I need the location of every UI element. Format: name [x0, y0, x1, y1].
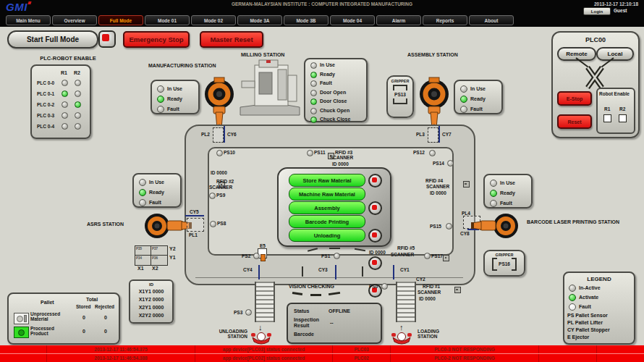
tab-about[interactable]: About — [469, 15, 514, 25]
pallet-pin-icon — [24, 315, 27, 322]
fault-led — [490, 200, 497, 207]
unloading-station-label: UNLOADINGSTATION — [214, 329, 247, 339]
ready-led — [490, 190, 497, 197]
col-r2: R2 — [74, 70, 80, 76]
master-reset-button[interactable]: Master Reset — [200, 31, 263, 48]
ps1-label: PS1 — [321, 253, 330, 258]
tab-mode-01[interactable]: Mode 01 — [145, 15, 190, 25]
tab-mode-02[interactable]: Mode 02 — [191, 15, 236, 25]
vision-dash — [329, 292, 340, 295]
ps2-sensor-led — [253, 253, 260, 259]
plc-row-label: PLC 0-3 — [37, 113, 54, 118]
rfid1-name: RFID #1 — [423, 284, 440, 289]
plc00-estop-button[interactable]: E-Stop — [557, 91, 592, 106]
gripper-ps13-panel: GRIPPER PS13 — [386, 75, 414, 118]
status-label: Fault — [149, 200, 161, 206]
status-label: Fault — [500, 201, 512, 206]
emergency-stop-button[interactable]: Emergency Stop — [123, 31, 190, 48]
plc0-4-r2-led — [75, 123, 81, 130]
alarm-message: app device[PLC03] status connected — [195, 345, 333, 353]
tab-alarm[interactable]: Alarm — [376, 15, 421, 25]
manufacturing-robot-arm — [203, 77, 235, 132]
stored-value: 0 — [82, 329, 85, 334]
login-button[interactable]: Login — [583, 7, 611, 15]
r2-enable-checkbox[interactable] — [619, 114, 627, 122]
inspection-field-value: -- — [330, 320, 334, 326]
store-raw-material-lamp-button[interactable] — [368, 174, 382, 188]
milling-machine-graphic — [236, 59, 304, 120]
unloading-button[interactable]: Unloading — [289, 229, 365, 242]
tab-overview[interactable]: Overview — [52, 15, 97, 25]
manufacturing-station-title: MANUFACTURING STATION — [148, 63, 216, 69]
id-row: X2Y2 0000 — [130, 313, 172, 319]
alarm-cell-empty — [597, 345, 644, 353]
assembly-robot-arm — [418, 77, 450, 132]
tab-full-mode[interactable]: Full Mode — [98, 15, 143, 25]
in-use-led — [460, 85, 467, 93]
status-label: Door Close — [320, 98, 347, 104]
ps12-label: PS12 — [413, 150, 425, 155]
status-label: Ready — [500, 190, 515, 196]
fault-led — [139, 199, 146, 206]
tab-mode-3b[interactable]: Mode 3B — [284, 15, 329, 25]
assembly-lamp-button[interactable] — [368, 229, 382, 243]
barcode-robot-arm — [470, 212, 520, 240]
vision-dash — [310, 294, 321, 296]
legend-text: CY Pallet Stopper — [567, 327, 634, 332]
rfid2-id-value: ID 0000 — [211, 170, 227, 175]
inspection-result-panel: Status OFFLINE Inspection Result -- Barc… — [287, 303, 382, 344]
alarm-time: 2013-12-17 11:46:54.375 — [47, 345, 195, 353]
ps1-sensor-led — [334, 253, 340, 259]
tab-mode-04[interactable]: Mode 04 — [330, 15, 375, 25]
ps12-sensor-led — [429, 150, 436, 156]
alarm-row[interactable]: 2013-12-17 11:46:54.375 app device[PLC03… — [0, 345, 644, 353]
col-r1: R1 — [61, 70, 67, 76]
plc00-reset-button[interactable]: Reset — [557, 114, 592, 129]
door-open-led — [310, 90, 317, 96]
alarm-row[interactable]: 2013-12-17 11:46:54.388 app device[PLC02… — [0, 353, 644, 362]
barcode-printing-button[interactable]: Barcode Printing — [289, 215, 365, 228]
ready-led — [310, 72, 317, 78]
plc0-0-r2-led — [75, 80, 81, 86]
plc0-3-r1-led — [62, 112, 68, 119]
alarm-cell-empty — [597, 354, 644, 362]
pallet-slug-icon — [18, 329, 25, 336]
tab-mode-3a[interactable]: Mode 3A — [237, 15, 282, 25]
cy7-stopper-line — [438, 126, 440, 143]
cy5-label: CY5 — [190, 209, 199, 214]
tab-reports[interactable]: Reports — [423, 15, 467, 25]
plc-robot-enable-title: PLC-ROBOT ENABLE — [27, 56, 109, 62]
status-label: Fault — [470, 106, 483, 112]
plc00-title: PLC00 — [553, 36, 638, 43]
ps15-label: PS15 — [430, 224, 441, 229]
milling-station-title: MILLING STATION — [241, 52, 284, 58]
assembly-button[interactable]: Assembly — [289, 201, 365, 214]
plc-row-label: PLC 0-2 — [37, 102, 54, 107]
store-raw-material-button[interactable]: Store Raw Material — [289, 174, 365, 187]
chuck-open-led — [310, 108, 317, 114]
alarm-cell-empty — [539, 354, 597, 362]
inspection-field-label-1: Inspection — [294, 317, 319, 323]
r1-enable-checkbox[interactable] — [603, 114, 611, 122]
x1-axis-label: X1 — [137, 266, 144, 272]
status-label: In Use — [500, 180, 515, 186]
rfid4-name: RFID #4 — [425, 178, 443, 183]
ps0-label: PS0 — [369, 284, 378, 289]
plc0-4-r1-led — [62, 123, 68, 130]
start-full-mode-button[interactable]: Start Full Mode — [7, 30, 98, 49]
alarm-message: app device[PLC02] status connected — [195, 354, 333, 362]
vision-checking-title: VISION CHECKING — [289, 284, 334, 290]
asrs-rack-grid: P35 P37 P34 P36 — [135, 245, 168, 266]
alarm-cell-empty — [0, 345, 47, 353]
machine-raw-material-button[interactable]: Machine Raw Material — [289, 188, 365, 201]
status-label: In Use — [149, 180, 164, 185]
cy6-stopper-line — [224, 126, 225, 143]
barcode-printing-lamp-button[interactable] — [368, 256, 382, 270]
full-mode-indicator-lamp — [102, 34, 109, 41]
legend-text: PS Pallet Sensor — [567, 313, 634, 318]
rfid5-scanner-label: SCANNER — [391, 252, 414, 257]
machine-raw-material-lamp-button[interactable] — [368, 201, 382, 215]
tab-main-menu[interactable]: Main Menu — [6, 15, 51, 25]
rfid2-name: RFID #2 — [216, 179, 234, 184]
unloading-conveyor-ramp — [255, 282, 275, 322]
